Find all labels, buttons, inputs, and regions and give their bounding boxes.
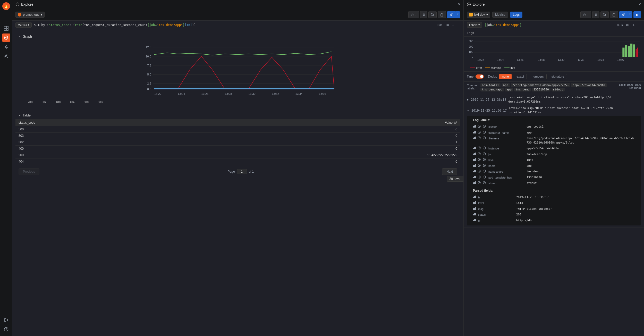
legend-404: 404 <box>64 100 74 104</box>
log-entry-2-header[interactable]: ▼ 2019-11-25 13:36:17 level=info msg="HT… <box>467 106 641 115</box>
page-input[interactable] <box>237 169 247 174</box>
left-panel-title: Explore <box>15 2 33 6</box>
right-run-btn[interactable]: ▶ <box>633 11 641 18</box>
next-page-btn[interactable]: Next <box>442 168 457 175</box>
logs-toggle-btn[interactable]: Logs <box>510 12 522 18</box>
right-trash-btn[interactable] <box>610 11 618 18</box>
parsed-fields-title: Parsed fields: <box>473 188 635 193</box>
svg-rect-162 <box>473 220 474 221</box>
filter-out-btn-name[interactable] <box>482 164 486 167</box>
filter-none-btn[interactable]: none <box>499 74 512 79</box>
filter-out-btn-cluster[interactable] <box>482 125 486 128</box>
filter-out-btn-filename[interactable] <box>482 136 486 140</box>
detail-row-ts: ts 2019-11-25 13:36:17 <box>473 195 635 200</box>
right-query-eye[interactable] <box>625 22 631 28</box>
sidebar-item-help[interactable]: ? <box>2 325 10 333</box>
legend-error-line <box>470 68 475 68</box>
left-trash-btn[interactable] <box>438 11 446 18</box>
filter-in-btn-stream[interactable] <box>477 181 481 185</box>
graph-section-header[interactable]: ▲ Graph <box>15 32 460 40</box>
right-query-remove[interactable]: − <box>637 22 641 28</box>
svg-point-91 <box>479 132 480 133</box>
right-zoom-btn[interactable] <box>600 11 609 18</box>
filter-in-btn-level[interactable] <box>477 158 481 162</box>
log-expand-1: ▶ <box>467 98 469 102</box>
detail-row-stream: stream stdout <box>473 180 635 186</box>
left-query-eye[interactable] <box>444 22 450 28</box>
filter-out-btn-instance[interactable] <box>482 146 486 150</box>
svg-rect-74 <box>625 45 627 57</box>
right-panel-close[interactable]: × <box>639 2 641 7</box>
filter-out-btn-job[interactable] <box>482 152 486 156</box>
log-entry-1-header[interactable]: ▶ 2019-11-25 13:36:18 level=info msg="HT… <box>467 95 641 104</box>
detail-key-pod-hash: pod_template_hash <box>488 175 524 180</box>
sidebar-item-dashboards[interactable] <box>2 24 10 32</box>
filter-signature-btn[interactable]: signature <box>549 74 567 79</box>
time-toggle[interactable] <box>476 74 484 79</box>
row-status-code: 302 <box>15 139 188 146</box>
left-query-expression: sum by (status_code) (rate(tns_request_d… <box>34 23 435 27</box>
filter-in-btn-pod-hash[interactable] <box>477 175 481 179</box>
left-panel-close[interactable]: × <box>458 2 460 7</box>
row-status-code: 200 <box>15 152 188 158</box>
filter-out-btn-namespace[interactable] <box>482 170 486 173</box>
filter-out-btn-pod-hash[interactable] <box>482 175 486 179</box>
filter-exact-btn[interactable]: exact <box>514 74 527 79</box>
filter-out-btn-container[interactable] <box>482 131 486 134</box>
right-query-type[interactable]: Labels ▾ <box>467 22 482 28</box>
right-refresh-main[interactable]: ↺ <box>619 11 628 18</box>
sidebar-item-settings[interactable] <box>2 52 10 60</box>
left-time-btn[interactable]: ⏱ ▾ <box>408 11 419 18</box>
left-refresh-dropdown[interactable]: ▾ <box>455 11 460 18</box>
graph-svg: 12.5 10.0 7.5 5.0 2.5 0.0 13:22 13:24 13… <box>19 41 457 98</box>
filter-out-btn-stream[interactable] <box>482 181 486 185</box>
legend-warning: warning <box>485 66 501 69</box>
filter-numbers-btn[interactable]: numbers <box>529 74 547 79</box>
table-header-row: status_code Value #A <box>15 119 460 126</box>
right-datasource-select[interactable]: loki-dev ▾ <box>467 12 490 18</box>
sidebar-item-add[interactable]: + <box>2 15 10 23</box>
prev-page-btn[interactable]: Previous <box>19 168 39 175</box>
detail-row-name: name app <box>473 163 635 169</box>
sidebar-item-explore[interactable] <box>2 33 10 42</box>
svg-point-126 <box>479 165 480 166</box>
table-section-header[interactable]: ▲ Table <box>15 111 460 119</box>
svg-rect-157 <box>474 208 475 210</box>
filter-in-btn-namespace[interactable] <box>477 170 481 173</box>
detail-key-namespace: namespace <box>488 170 524 174</box>
right-refresh-dropdown[interactable]: ▾ <box>628 11 632 18</box>
query-metric: tns_request_duration_seconds_count <box>84 23 148 27</box>
sidebar-item-alerting[interactable] <box>2 43 10 51</box>
rows-select[interactable]: 20 rows 50 rows 100 rows <box>447 176 464 182</box>
left-query-type[interactable]: Metrics ▾ <box>15 22 32 28</box>
filter-in-btn-cluster[interactable] <box>477 125 481 128</box>
left-datasource-select[interactable]: prometheus ▾ <box>15 12 45 18</box>
metrics-toggle-btn[interactable]: Metrics <box>492 12 508 18</box>
query-selector: {job= <box>147 23 157 27</box>
left-split-btn[interactable]: ⧉ <box>420 11 427 18</box>
app-logo[interactable]: 🔥 <box>2 2 10 10</box>
left-query-remove[interactable]: − <box>456 22 460 28</box>
graph-section: ▲ Graph 12.5 10.0 7. <box>15 32 460 108</box>
right-query-expression: {job="tns-demo/app"} <box>484 23 615 27</box>
svg-text:2.5: 2.5 <box>147 82 151 85</box>
right-query-add[interactable]: + <box>632 22 636 28</box>
right-refresh-btn[interactable]: ↺ ▾ <box>619 11 632 18</box>
sidebar-item-signin[interactable] <box>2 316 10 324</box>
row-value: 0 <box>188 133 460 139</box>
svg-point-119 <box>479 159 480 160</box>
filter-out-btn-level[interactable] <box>482 158 486 162</box>
filter-in-btn-container[interactable] <box>477 131 481 134</box>
right-split-btn[interactable]: ⧉ <box>592 11 599 18</box>
filter-in-btn-filename[interactable] <box>477 136 481 140</box>
left-refresh-main[interactable]: ↺ <box>447 11 455 18</box>
left-query-type-chevron: ▾ <box>28 23 29 27</box>
query-middle: ) ( <box>69 23 75 27</box>
left-refresh-btn[interactable]: ↺ ▾ <box>447 11 460 18</box>
filter-in-btn-instance[interactable] <box>477 146 481 150</box>
right-time-btn[interactable]: ⏱ ▾ <box>580 11 591 18</box>
left-zoom-btn[interactable] <box>428 11 437 18</box>
left-query-add[interactable]: + <box>451 22 455 28</box>
filter-in-btn-job[interactable] <box>477 152 481 156</box>
filter-in-btn-name[interactable] <box>477 164 481 167</box>
